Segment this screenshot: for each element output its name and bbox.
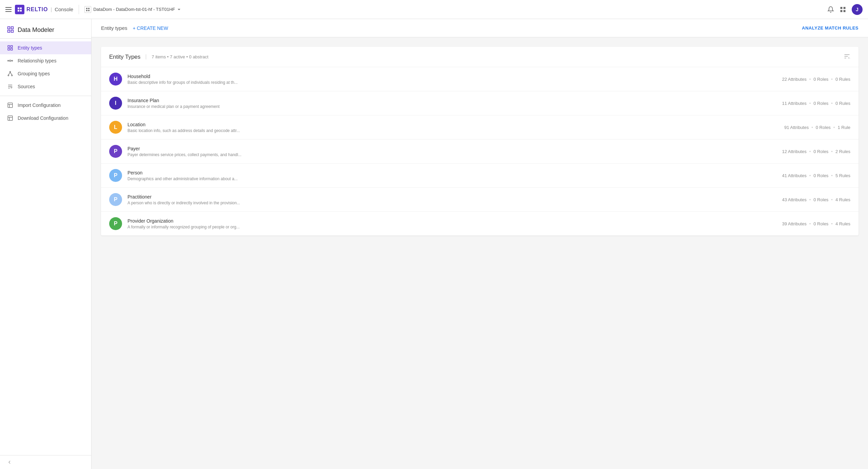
- rules-count: 0 Rules: [835, 77, 850, 82]
- notifications-icon[interactable]: [827, 6, 834, 13]
- svg-rect-0: [18, 7, 19, 9]
- entity-types-card-header: Entity Types 7 items • 7 active • 0 abst…: [101, 47, 859, 67]
- table-row[interactable]: L Location Basic location info, such as …: [101, 115, 859, 139]
- entity-name: Household: [127, 74, 782, 79]
- hamburger-menu-icon[interactable]: [5, 7, 12, 12]
- svg-line-28: [8, 72, 10, 75]
- entity-avatar-insurance-plan: I: [109, 97, 122, 110]
- entity-desc: Basic descriptive info for groups of ind…: [127, 80, 782, 85]
- sort-icon[interactable]: A Z: [844, 53, 850, 61]
- attributes-count: 11 Attributes: [782, 101, 806, 106]
- primary-nav: Entity types Relationship types Grouping…: [0, 41, 91, 93]
- workspace-label: DataDom - DataDom-tst-01-hf - TST01HF: [93, 7, 175, 12]
- svg-rect-17: [11, 45, 13, 47]
- table-row[interactable]: P Payer Payer determines service prices,…: [101, 139, 859, 164]
- rules-count: 2 Rules: [835, 149, 850, 154]
- sidebar-title: Data Modeler: [18, 26, 54, 34]
- svg-rect-15: [11, 30, 13, 32]
- entity-avatar-location: L: [109, 121, 122, 134]
- svg-point-26: [8, 75, 9, 76]
- attributes-count: 22 Attributes: [782, 77, 806, 82]
- import-configuration-icon: [7, 102, 14, 108]
- svg-rect-33: [8, 103, 13, 108]
- collapse-button[interactable]: [7, 459, 84, 465]
- sidebar-item-download-configuration[interactable]: Download Configuration: [0, 112, 91, 125]
- workspace-icon: [84, 6, 91, 13]
- entity-name: Provider Organization: [127, 218, 782, 224]
- download-configuration-icon: [7, 115, 14, 121]
- sidebar-item-grouping-types[interactable]: Grouping types: [0, 67, 91, 80]
- svg-text:A Z: A Z: [848, 57, 850, 59]
- svg-rect-36: [8, 116, 13, 120]
- workspace-selector[interactable]: DataDom - DataDom-tst-01-hf - TST01HF: [84, 6, 181, 13]
- card-title: Entity Types: [109, 54, 140, 60]
- entity-avatar-person: P: [109, 169, 122, 182]
- sidebar-item-import-configuration[interactable]: Import Configuration: [0, 99, 91, 112]
- main-header-left: Entity types + CREATE NEW: [101, 25, 168, 31]
- roles-count: 0 Roles: [813, 149, 828, 154]
- attributes-count: 43 Attributes: [782, 197, 806, 202]
- attributes-count: 91 Attributes: [784, 125, 809, 130]
- brand: RELTIO | Console: [15, 5, 73, 14]
- svg-point-21: [8, 60, 9, 61]
- entity-info-household: Household Basic descriptive info for gro…: [127, 74, 782, 85]
- sidebar-item-sources[interactable]: Sources: [0, 80, 91, 93]
- sidebar-item-entity-types[interactable]: Entity types: [0, 41, 91, 54]
- brand-name: RELTIO: [26, 6, 48, 13]
- chevron-down-icon: [177, 7, 181, 12]
- card-meta: 7 items • 7 active • 0 abstract: [146, 54, 208, 59]
- table-row[interactable]: P Provider Organization A formally or in…: [101, 212, 859, 236]
- svg-rect-16: [8, 45, 9, 47]
- entity-desc: Basic location info, such as address det…: [127, 128, 784, 133]
- nav-divider: [0, 96, 91, 96]
- svg-rect-1: [20, 7, 22, 9]
- svg-rect-4: [86, 8, 87, 9]
- svg-rect-7: [88, 10, 90, 11]
- grid-icon[interactable]: [840, 6, 846, 13]
- svg-point-22: [12, 60, 13, 61]
- sources-label: Sources: [18, 84, 35, 89]
- analyze-match-rules-button[interactable]: ANALYZE MATCH RULES: [802, 25, 859, 31]
- topbar: RELTIO | Console DataDom - DataDom-tst-0…: [0, 0, 868, 19]
- svg-rect-8: [841, 7, 843, 9]
- attributes-count: 39 Attributes: [782, 221, 806, 226]
- svg-point-25: [10, 71, 11, 72]
- table-row[interactable]: H Household Basic descriptive info for g…: [101, 67, 859, 91]
- entity-stats: 11 Attributes • 0 Roles • 0 Rules: [782, 101, 850, 106]
- entity-avatar-household: H: [109, 73, 122, 86]
- entity-stats: 91 Attributes • 0 Roles • 1 Rule: [784, 125, 850, 130]
- roles-count: 0 Roles: [813, 221, 828, 226]
- table-row[interactable]: P Person Demographics and other administ…: [101, 164, 859, 188]
- entity-info-provider-organization: Provider Organization A formally or info…: [127, 218, 782, 229]
- entity-types-icon: [7, 45, 14, 51]
- rules-count: 0 Rules: [835, 101, 850, 106]
- svg-rect-9: [844, 7, 846, 9]
- console-label: Console: [55, 6, 73, 12]
- user-avatar[interactable]: J: [852, 4, 863, 15]
- entity-name: Location: [127, 122, 784, 127]
- svg-rect-19: [11, 49, 13, 50]
- grouping-types-icon: [7, 71, 14, 77]
- entity-info-person: Person Demographics and other administra…: [127, 170, 782, 181]
- data-modeler-icon: [7, 26, 14, 34]
- create-new-button[interactable]: + CREATE NEW: [133, 25, 168, 31]
- svg-rect-2: [18, 10, 19, 12]
- svg-rect-10: [841, 10, 843, 12]
- sources-icon: [7, 83, 14, 90]
- svg-rect-12: [8, 27, 10, 29]
- topbar-actions: J: [827, 4, 863, 15]
- svg-rect-3: [20, 10, 22, 12]
- attributes-count: 12 Attributes: [782, 149, 806, 154]
- table-row[interactable]: P Practitioner A person who is directly …: [101, 188, 859, 212]
- svg-point-27: [12, 75, 13, 76]
- svg-rect-11: [844, 10, 846, 12]
- svg-rect-18: [8, 49, 9, 50]
- sidebar-item-relationship-types[interactable]: Relationship types: [0, 54, 91, 67]
- entity-stats: 22 Attributes • 0 Roles • 0 Rules: [782, 77, 850, 82]
- attributes-count: 41 Attributes: [782, 173, 806, 178]
- entity-stats: 39 Attributes • 0 Roles • 4 Rules: [782, 221, 850, 226]
- entity-name: Insurance Plan: [127, 98, 782, 103]
- entity-info-practitioner: Practitioner A person who is directly or…: [127, 194, 782, 205]
- table-row[interactable]: I Insurance Plan Insurance or medical pl…: [101, 91, 859, 115]
- import-configuration-label: Import Configuration: [18, 102, 61, 108]
